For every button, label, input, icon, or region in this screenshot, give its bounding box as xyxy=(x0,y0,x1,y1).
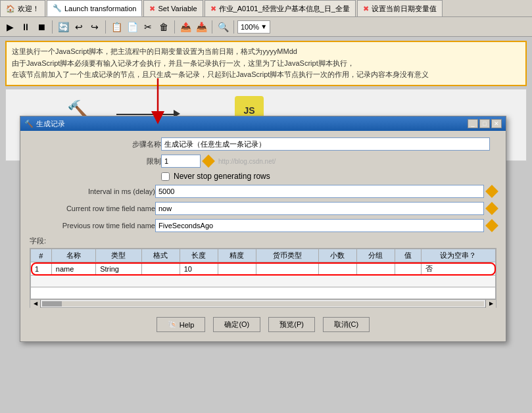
delete-btn[interactable]: 🗑 xyxy=(157,20,171,34)
step-name-input[interactable] xyxy=(161,137,490,151)
redo-btn[interactable]: ↪ xyxy=(87,20,102,34)
scroll-left-btn[interactable]: ◀ xyxy=(30,300,41,308)
col-decimal[interactable]: 小数 xyxy=(318,249,356,262)
col-currency[interactable]: 货币类型 xyxy=(256,249,318,262)
search-btn[interactable]: 🔍 xyxy=(216,20,230,34)
paste-btn[interactable]: 📄 xyxy=(125,20,139,34)
fields-table: # 名称 类型 格式 长度 精度 货币类型 小数 分组 值 设为空串？ xyxy=(30,249,496,299)
cell-format xyxy=(141,262,180,276)
dialog-maximize-btn[interactable]: □ xyxy=(479,119,490,128)
help-label: Help xyxy=(180,321,195,329)
tab-welcome-icon: 🏠 xyxy=(6,5,15,13)
cell-set-empty: 否 xyxy=(421,262,495,276)
current-row-input[interactable] xyxy=(155,202,484,215)
interval-input[interactable] xyxy=(155,185,484,198)
interval-row: Interval in ms (delay) xyxy=(30,185,496,198)
table-row[interactable]: 1 name String 10 否 xyxy=(31,262,496,276)
tab-set-date-close-icon: ✖ xyxy=(363,5,369,13)
dialog-title-label: 生成记录 xyxy=(36,119,65,129)
export-btn[interactable]: 📥 xyxy=(194,20,208,34)
col-value[interactable]: 值 xyxy=(395,249,422,262)
tab-launch-icon: 🔧 xyxy=(53,4,62,12)
col-type[interactable]: 类型 xyxy=(96,249,141,262)
fields-table-body: 1 name String 10 否 xyxy=(31,262,496,299)
zoom-box: 100% ▼ xyxy=(237,20,270,34)
interval-input-group xyxy=(155,185,496,198)
tab-set-date[interactable]: ✖ 设置当前日期变量值 xyxy=(357,0,443,16)
col-set-empty[interactable]: 设为空串？ xyxy=(421,249,495,262)
cell-value xyxy=(395,262,422,276)
prev-row-input[interactable] xyxy=(155,219,484,232)
table-row-empty-1 xyxy=(31,276,496,287)
prev-row-row: Previous row time field name xyxy=(30,219,496,232)
col-num[interactable]: # xyxy=(31,249,52,262)
scrollbar-track xyxy=(42,301,484,306)
limit-input[interactable] xyxy=(161,155,201,168)
copy-btn[interactable]: 📋 xyxy=(109,20,124,34)
current-row-input-group xyxy=(155,202,496,215)
dialog-close-btn[interactable]: ✕ xyxy=(491,119,502,128)
dialog-minimize-btn[interactable]: _ xyxy=(468,119,478,128)
limit-diamond-icon xyxy=(202,155,215,168)
interval-label: Interval in ms (delay) xyxy=(30,187,155,195)
preview-button[interactable]: 预览(P) xyxy=(268,317,315,332)
toolbar: ▶ ⏸ ⏹ 🔄 ↩ ↪ 📋 📄 ✂ 🗑 📤 📥 🔍 100% ▼ xyxy=(0,17,532,37)
limit-input-group xyxy=(161,155,213,168)
tab-set-date-label: 设置当前日期变量值 xyxy=(372,4,437,14)
never-stop-checkbox[interactable] xyxy=(161,172,170,181)
table-footer-scrollbar: ◀ ▶ xyxy=(30,299,496,307)
tab-set-variable-label: Set Variable xyxy=(158,5,197,12)
help-button[interactable]: 🐚 Help xyxy=(157,317,206,332)
pause-btn[interactable]: ⏸ xyxy=(18,20,33,34)
dialog-body: 步骤名称 限制 http://blog.csdn.net/ Never stop… xyxy=(20,131,506,341)
note-box: 这里执行一个JavaScript脚本，把主流程中的日期变量设置为当前日期，格式为… xyxy=(5,41,527,86)
cell-decimal xyxy=(318,262,356,276)
cell-currency xyxy=(256,262,318,276)
prev-row-diamond-icon xyxy=(485,219,498,232)
confirm-button[interactable]: 确定(O) xyxy=(213,317,260,332)
fields-table-scroll: # 名称 类型 格式 长度 精度 货币类型 小数 分组 值 设为空串？ xyxy=(30,248,496,308)
tab-job1[interactable]: ✖ 作业_A0101_经营业户基本信息_日_全量 xyxy=(205,0,356,16)
limit-row: 限制 http://blog.csdn.net/ xyxy=(30,155,496,168)
stop-btn[interactable]: ⏹ xyxy=(34,20,49,34)
cell-type: String xyxy=(96,262,141,276)
zoom-dropdown-icon[interactable]: ▼ xyxy=(260,23,267,30)
dialog-title-icon: 🔨 xyxy=(24,120,34,128)
cell-name: name xyxy=(51,262,95,276)
col-precision[interactable]: 精度 xyxy=(218,249,256,262)
limit-label: 限制 xyxy=(30,157,161,166)
undo-btn[interactable]: ↩ xyxy=(72,20,86,34)
tab-job1-close-icon: ✖ xyxy=(210,5,216,13)
confirm-label: 确定(O) xyxy=(224,320,249,329)
tab-launch[interactable]: 🔧 Launch transformation xyxy=(47,0,142,16)
tab-set-variable[interactable]: ✖ Set Variable xyxy=(143,0,203,16)
tab-launch-label: Launch transformation xyxy=(64,5,136,12)
col-length[interactable]: 长度 xyxy=(180,249,218,262)
toolbar-sep-4 xyxy=(212,20,212,34)
refresh-btn[interactable]: 🔄 xyxy=(56,20,70,34)
toolbar-sep-2 xyxy=(105,20,106,34)
fields-section-label: 字段: xyxy=(30,236,496,246)
preview-label: 预览(P) xyxy=(279,320,304,329)
current-row-label: Current row time field name xyxy=(30,205,155,212)
cell-length: 10 xyxy=(180,262,218,276)
watermark-text: http://blog.csdn.net/ xyxy=(218,158,276,165)
tab-set-variable-close-icon: ✖ xyxy=(149,5,155,13)
tab-welcome[interactable]: 🏠 欢迎！ xyxy=(0,0,45,16)
main-area: 这里执行一个JavaScript脚本，把主流程中的日期变量设置为当前日期，格式为… xyxy=(0,37,532,413)
col-group[interactable]: 分组 xyxy=(356,249,395,262)
cut-btn[interactable]: ✂ xyxy=(141,20,155,34)
toolbar-sep-3 xyxy=(174,20,175,34)
col-name[interactable]: 名称 xyxy=(51,249,95,262)
scrollbar-thumb[interactable] xyxy=(42,301,62,306)
scroll-right-btn[interactable]: ▶ xyxy=(485,300,496,308)
cancel-button[interactable]: 取消(C) xyxy=(323,317,370,332)
tab-welcome-label: 欢迎！ xyxy=(18,4,39,14)
step-name-row: 步骤名称 xyxy=(30,137,496,151)
run-btn[interactable]: ▶ xyxy=(3,20,17,34)
cell-group xyxy=(356,262,395,276)
col-format[interactable]: 格式 xyxy=(141,249,180,262)
help-icon: 🐚 xyxy=(168,320,177,329)
cell-num: 1 xyxy=(31,262,52,276)
import-btn[interactable]: 📤 xyxy=(178,20,193,34)
